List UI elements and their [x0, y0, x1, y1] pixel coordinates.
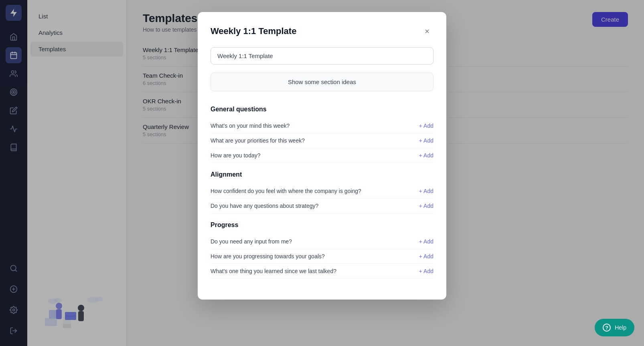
help-label: Help	[615, 324, 626, 331]
section-header: Progress	[211, 221, 433, 229]
add-question-button[interactable]: + Add	[419, 203, 433, 209]
modal-header: Weekly 1:1 Template ×	[211, 25, 433, 38]
question-text: What's one thing you learned since we la…	[211, 268, 336, 274]
question-row: Do you need any input from me? + Add	[211, 234, 433, 249]
add-question-button[interactable]: + Add	[419, 253, 433, 260]
add-question-button[interactable]: + Add	[419, 188, 433, 194]
question-text: How are you today?	[211, 152, 261, 159]
question-row: How are you progressing towards your goa…	[211, 249, 433, 264]
question-row: Do you have any questions about strategy…	[211, 199, 433, 213]
modal-title: Weekly 1:1 Template	[211, 26, 296, 36]
section-general-questions: General questions What's on your mind th…	[211, 106, 433, 163]
question-text: What's on your mind this week?	[211, 123, 290, 129]
section-header: Alignment	[211, 171, 433, 178]
question-row: What are your priorities for this week? …	[211, 133, 433, 148]
add-question-button[interactable]: + Add	[419, 238, 433, 245]
question-text: How are you progressing towards your goa…	[211, 253, 325, 260]
question-text: Do you have any questions about strategy…	[211, 203, 318, 209]
modal-dialog: Weekly 1:1 Template × Show some section …	[198, 12, 446, 300]
question-text: What are your priorities for this week?	[211, 137, 305, 144]
question-row: What's on your mind this week? + Add	[211, 119, 433, 133]
section-alignment: Alignment How confident do you feel with…	[211, 171, 433, 213]
add-question-button[interactable]: + Add	[419, 268, 433, 274]
help-button[interactable]: ? Help	[595, 319, 634, 336]
question-text: Do you need any input from me?	[211, 238, 292, 245]
help-icon: ?	[603, 324, 611, 332]
show-ideas-button[interactable]: Show some section ideas	[211, 72, 433, 91]
question-row: How are you today? + Add	[211, 148, 433, 163]
modal-overlay[interactable]: Weekly 1:1 Template × Show some section …	[0, 0, 644, 346]
question-text: How confident do you feel with where the…	[211, 188, 361, 194]
add-question-button[interactable]: + Add	[419, 152, 433, 159]
section-header: General questions	[211, 106, 433, 113]
question-row: What's one thing you learned since we la…	[211, 264, 433, 279]
section-progress: Progress Do you need any input from me? …	[211, 221, 433, 279]
modal-close-button[interactable]: ×	[421, 25, 433, 38]
template-name-input[interactable]	[211, 47, 433, 64]
add-question-button[interactable]: + Add	[419, 123, 433, 129]
question-row: How confident do you feel with where the…	[211, 184, 433, 199]
add-question-button[interactable]: + Add	[419, 137, 433, 144]
